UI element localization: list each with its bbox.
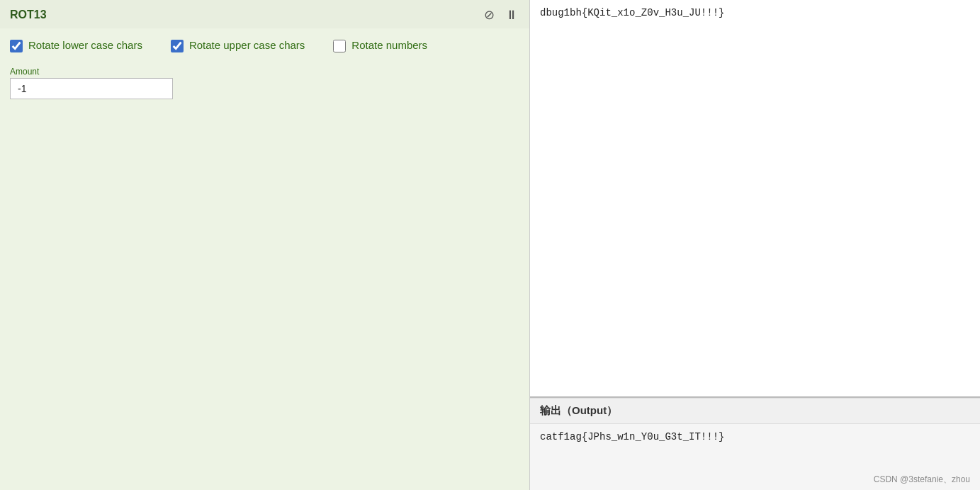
block-icon-button[interactable]: ⊘ <box>481 7 497 23</box>
amount-field-label: Amount <box>10 67 173 77</box>
header-icons: ⊘ ⏸ <box>481 7 519 23</box>
output-header: 输出（Output） <box>530 399 980 424</box>
rotate-upper-checkbox-item[interactable]: Rotate upper case chars <box>171 38 305 52</box>
rotate-numbers-checkbox[interactable] <box>333 40 346 52</box>
plugin-title: ROT13 <box>10 9 47 21</box>
checkboxes-row: Rotate lower case chars Rotate upper cas… <box>10 38 519 52</box>
output-content: catf1ag{JPhs_w1n_Y0u_G3t_IT!!!} <box>530 424 980 471</box>
rotate-upper-checkbox[interactable] <box>171 40 184 52</box>
amount-field-container: Amount <box>10 67 173 99</box>
rotate-upper-label: Rotate upper case chars <box>189 38 305 52</box>
rotate-lower-checkbox-item[interactable]: Rotate lower case chars <box>10 38 142 52</box>
input-area: dbug1bh{KQit_x1o_Z0v_H3u_JU!!!} <box>530 0 980 398</box>
amount-input[interactable] <box>10 78 173 99</box>
output-section: 输出（Output） catf1ag{JPhs_w1n_Y0u_G3t_IT!!… <box>530 398 980 490</box>
input-textarea[interactable]: dbug1bh{KQit_x1o_Z0v_H3u_JU!!!} <box>530 0 980 396</box>
rotate-numbers-checkbox-item[interactable]: Rotate numbers <box>333 38 427 52</box>
rotate-lower-label: Rotate lower case chars <box>28 38 142 52</box>
rotate-numbers-label: Rotate numbers <box>351 38 427 52</box>
plugin-header: ROT13 ⊘ ⏸ <box>0 0 529 28</box>
left-panel: ROT13 ⊘ ⏸ Rotate lower case chars Rotate… <box>0 0 530 490</box>
watermark: CSDN @3stefanie、zhou <box>530 471 980 490</box>
plugin-body: Rotate lower case chars Rotate upper cas… <box>0 28 529 490</box>
rotate-lower-checkbox[interactable] <box>10 40 23 52</box>
right-panel: dbug1bh{KQit_x1o_Z0v_H3u_JU!!!} 输出（Outpu… <box>530 0 980 490</box>
pause-icon-button[interactable]: ⏸ <box>504 7 519 23</box>
